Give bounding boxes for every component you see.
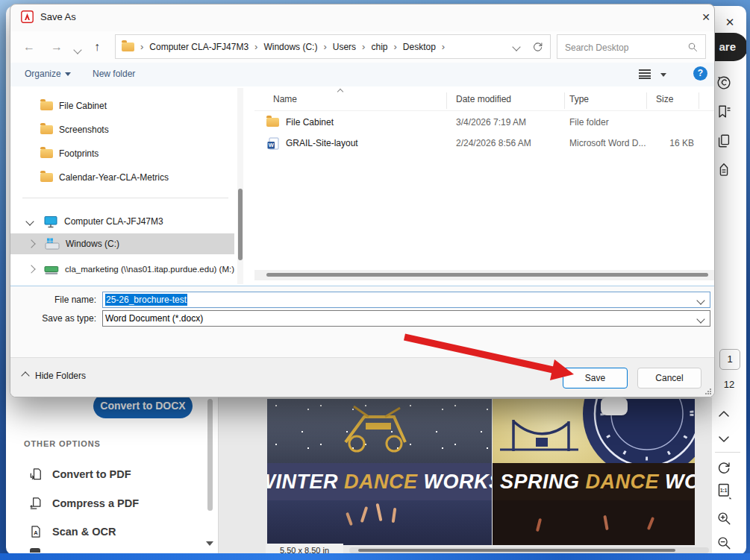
folder-icon <box>40 173 53 182</box>
panel-scrollbar[interactable] <box>207 399 213 511</box>
file-list: Name Date modified Type Size File Cabine… <box>254 86 714 286</box>
tree-item-label: cla_marketing (\\nas01.itap.purdue.edu) … <box>65 265 234 274</box>
save-button[interactable]: Save <box>563 368 628 388</box>
recent-locations-icon[interactable] <box>75 42 81 57</box>
svg-text:1:1: 1:1 <box>720 488 728 493</box>
option-compress-pdf[interactable]: Compress a PDF <box>28 494 207 512</box>
resize-grip[interactable] <box>704 388 712 395</box>
previous-page-icon[interactable] <box>713 405 735 423</box>
sort-ascending-icon[interactable] <box>337 89 343 95</box>
winter-poster-title: WINTERDANCEWORKS <box>267 463 492 500</box>
file-name-cell: File Cabinet <box>286 112 334 133</box>
sidebar-item-footprints[interactable]: Footprints <box>10 143 234 164</box>
file-name-input[interactable]: 25-26_brochure-test <box>102 292 710 308</box>
save-as-type-label: Save as type: <box>10 313 96 324</box>
search-icon[interactable] <box>687 42 699 53</box>
chevron-down-icon[interactable] <box>696 315 704 323</box>
page-number-input[interactable]: 1 <box>719 349 740 370</box>
sidebar-item-screenshots[interactable]: Screenshots <box>10 119 234 140</box>
option-convert-to-pdf[interactable]: Convert to PDF <box>28 465 207 483</box>
folder-icon <box>266 118 279 127</box>
view-dropdown-icon[interactable] <box>660 73 666 77</box>
file-list-hscroll-thumb[interactable] <box>266 273 708 277</box>
comments-icon[interactable] <box>713 74 735 92</box>
sidebar-item-label: Footprints <box>59 148 99 159</box>
scroll-down-icon[interactable] <box>206 541 213 546</box>
winter-poster-art <box>267 399 492 463</box>
dialog-close-icon[interactable]: ✕ <box>697 9 715 25</box>
total-pages-label: 12 <box>719 379 739 390</box>
breadcrumb-separator: › <box>254 41 257 52</box>
file-name-cell: GRAIL-Site-layout <box>286 133 358 154</box>
computer-icon <box>43 215 58 228</box>
dialog-title: Save As <box>40 11 76 22</box>
organize-button[interactable]: Organize <box>25 69 71 79</box>
next-page-icon[interactable] <box>713 430 735 448</box>
bookmarks-icon[interactable] <box>713 103 735 121</box>
sidebar-item-file-cabinet[interactable]: File Cabinet <box>10 95 234 116</box>
cancel-button[interactable]: Cancel <box>637 368 701 388</box>
pages-icon[interactable] <box>713 132 735 150</box>
chevron-down-icon <box>65 72 71 76</box>
acrobat-close-icon[interactable]: ✕ <box>721 13 739 31</box>
address-dropdown-icon[interactable] <box>512 43 520 51</box>
column-header-date-modified[interactable]: Date modified <box>456 94 511 104</box>
preview-hscroll-thumb[interactable] <box>358 549 675 552</box>
spring-poster-art <box>493 399 695 463</box>
size-cell: 16 KB <box>628 133 694 154</box>
spring-poster-dancers <box>493 500 695 545</box>
forward-icon[interactable]: → <box>51 40 63 54</box>
chevron-down-icon[interactable] <box>25 217 34 225</box>
type-cell: File folder <box>569 112 609 133</box>
search-box <box>557 34 706 59</box>
column-header-name[interactable]: Name <box>273 94 297 104</box>
svg-text:A: A <box>34 529 38 536</box>
column-divider[interactable] <box>564 92 565 109</box>
breadcrumb-item[interactable]: chip <box>371 42 387 52</box>
zoom-in-icon[interactable] <box>713 509 735 527</box>
column-divider[interactable] <box>699 92 699 109</box>
tree-item-cla-marketing[interactable]: cla_marketing (\\nas01.itap.purdue.edu) … <box>10 259 234 280</box>
new-folder-button[interactable]: New folder <box>93 69 135 79</box>
share-button-label: are <box>719 40 736 53</box>
address-bar[interactable]: › Computer CLA-JFJ47M3 › Windows (C:) › … <box>115 34 551 59</box>
file-row-grail-site-layout[interactable]: W GRAIL-Site-layout 2/24/2026 8:56 AM Mi… <box>254 133 714 154</box>
tree-item-computer[interactable]: Computer CLA-JFJ47M3 <box>10 211 234 232</box>
chevron-right-icon[interactable] <box>27 239 35 248</box>
file-row-file-cabinet[interactable]: File Cabinet 3/4/2026 7:19 AM File folde… <box>254 112 714 133</box>
chevron-down-icon[interactable] <box>696 296 704 304</box>
breadcrumb-item[interactable]: Desktop <box>403 42 436 52</box>
breadcrumb-item[interactable]: Windows (C:) <box>263 42 317 52</box>
column-divider[interactable] <box>646 92 647 109</box>
actual-size-icon[interactable]: 1:1 <box>713 482 735 500</box>
breadcrumb-item[interactable]: Computer CLA-JFJ47M3 <box>149 42 249 52</box>
date-modified-cell: 3/4/2026 7:19 AM <box>456 112 526 133</box>
hide-folders-button[interactable]: Hide Folders <box>22 371 86 381</box>
sidebar-item-calendar-metrics[interactable]: Calendar-Year-CLA-Metrics <box>10 167 234 188</box>
view-list-icon[interactable] <box>639 69 651 79</box>
column-header-type[interactable]: Type <box>569 94 589 104</box>
back-icon[interactable]: ← <box>23 40 35 54</box>
rotate-refresh-icon[interactable] <box>713 459 735 476</box>
screen: ✕ are 1 12 1:1 <box>0 0 750 560</box>
search-input[interactable] <box>563 38 686 57</box>
tag-icon[interactable] <box>713 160 735 178</box>
breadcrumb-separator: › <box>442 41 445 52</box>
save-as-type-select[interactable]: Word Document (*.docx) <box>102 310 710 327</box>
adobe-acrobat-icon <box>21 10 34 23</box>
up-icon[interactable]: ↑ <box>94 40 100 54</box>
word-document-icon: W <box>267 137 279 150</box>
breadcrumb-separator: › <box>393 41 396 52</box>
chevron-right-icon[interactable] <box>27 265 35 273</box>
help-icon[interactable]: ? <box>693 66 707 81</box>
refresh-icon[interactable] <box>531 40 544 53</box>
file-name-label: File name: <box>10 295 96 305</box>
zoom-out-icon[interactable] <box>713 534 735 552</box>
sidebar-scrollbar-thumb[interactable] <box>238 189 243 260</box>
breadcrumb-item[interactable]: Users <box>333 42 356 52</box>
option-scan-ocr[interactable]: A Scan & OCR <box>28 523 207 541</box>
column-header-size[interactable]: Size <box>656 94 673 104</box>
file-list-header: Name Date modified Type Size <box>254 88 714 111</box>
column-divider[interactable] <box>446 92 447 109</box>
tree-item-windows-c[interactable]: Windows (C:) <box>10 233 234 254</box>
